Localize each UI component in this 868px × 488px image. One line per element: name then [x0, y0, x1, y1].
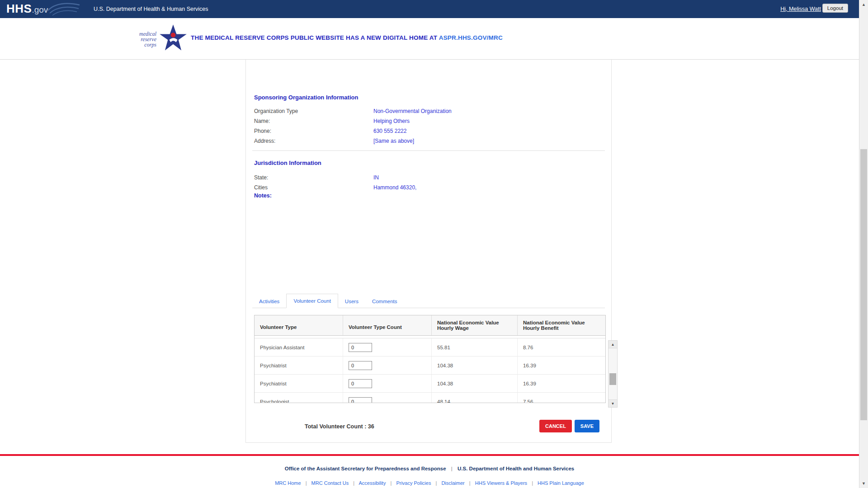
field-label: Name:	[254, 118, 373, 124]
column-header-volunteer-type: Volunteer Type	[255, 315, 343, 335]
column-header-hourly-wage: National Economic Value Hourly Wage	[432, 315, 518, 335]
volunteer-type-cell: Psychiatrist	[255, 357, 343, 374]
field-row-name: Name: Helping Others	[254, 116, 452, 126]
benefit-cell: 8.76	[518, 338, 605, 356]
volunteer-count-input[interactable]	[349, 343, 372, 352]
benefit-cell: 7.56	[518, 393, 605, 403]
jurisdiction-section-title: Jurisdiction Information	[254, 160, 321, 166]
column-header-volunteer-type-count: Volunteer Type Count	[343, 315, 432, 335]
footer-link-plain-language[interactable]: HHS Plain Language	[538, 480, 584, 486]
footer-link-separator: |	[353, 480, 354, 486]
field-label: Organization Type	[254, 108, 373, 114]
footer-link-separator: |	[306, 480, 307, 486]
cancel-button[interactable]: CANCEL	[539, 420, 572, 432]
aspr-link[interactable]: ASPR.HHS.GOV/MRC	[439, 34, 503, 41]
user-greeting-link[interactable]: Hi, Melissa Watt	[780, 6, 821, 12]
field-value[interactable]: Helping Others	[373, 118, 410, 124]
mrc-logo: medical reserve corps	[139, 21, 188, 57]
wage-cell: 48.14	[432, 393, 518, 403]
volunteer-type-cell: Psychologist	[255, 393, 343, 403]
jurisdiction-fields: State: IN Cities Hammond 46320,	[254, 173, 416, 192]
volunteer-count-table: Volunteer Type Volunteer Type Count Nati…	[254, 315, 606, 403]
banner-message: THE MEDICAL RESERVE CORPS PUBLIC WEBSITE…	[191, 34, 503, 41]
count-cell	[343, 375, 432, 392]
footer-link-accessibility[interactable]: Accessibility	[359, 480, 386, 486]
sponsor-fields: Organization Type Non-Governmental Organ…	[254, 106, 452, 146]
table-row: Psychiatrist 104.38 16.39	[255, 375, 605, 393]
table-scrollbar-thumb[interactable]	[609, 373, 616, 385]
hhs-logo-text: HHS	[6, 2, 32, 16]
wage-cell: 104.38	[432, 357, 518, 374]
footer-link-viewers[interactable]: HHS Viewers & Players	[475, 480, 527, 486]
footer-link-separator: |	[469, 480, 471, 486]
volunteer-count-input[interactable]	[349, 397, 372, 403]
footer-office-text: Office of the Assistant Secretary for Pr…	[285, 466, 446, 471]
field-value[interactable]: Hammond 46320,	[373, 184, 416, 191]
count-cell	[343, 357, 432, 374]
mrc-star-icon	[159, 23, 188, 55]
table-scrollbar[interactable]: ▲ ▼	[608, 340, 618, 408]
browser-scroll-down-icon[interactable]: ▼	[859, 479, 868, 488]
browser-scrollbar[interactable]: ▲ ▼	[859, 0, 868, 488]
footer-link-mrc-home[interactable]: MRC Home	[275, 480, 301, 486]
logout-button[interactable]: Logout	[822, 4, 848, 13]
volunteer-type-cell: Physician Assistant	[255, 338, 343, 356]
volunteer-count-input[interactable]	[349, 361, 372, 370]
footer-links: MRC Home | MRC Contact Us | Accessibilit…	[0, 480, 859, 486]
section-divider	[252, 150, 605, 151]
tab-users[interactable]: Users	[338, 295, 365, 308]
field-row-state: State: IN	[254, 173, 416, 183]
hhs-logo-suffix: .gov	[32, 5, 48, 15]
organization-detail-card: Sponsoring Organization Information Orga…	[245, 60, 612, 443]
field-row-address: Address: [Same as above]	[254, 136, 452, 146]
field-value[interactable]: 630 555 2222	[373, 128, 406, 134]
count-cell	[343, 393, 432, 403]
footer-link-privacy[interactable]: Privacy Policies	[396, 480, 431, 486]
benefit-cell: 16.39	[518, 375, 605, 392]
field-label: Address:	[254, 138, 373, 144]
field-row-organization-type: Organization Type Non-Governmental Organ…	[254, 106, 452, 116]
tab-volunteer-count[interactable]: Volunteer Count	[286, 294, 338, 308]
count-cell	[343, 338, 432, 356]
field-label: Phone:	[254, 128, 373, 134]
field-value[interactable]: [Same as above]	[373, 138, 414, 144]
sponsor-section-title: Sponsoring Organization Information	[254, 94, 358, 101]
table-row: Psychologist 48.14 7.56	[255, 393, 605, 403]
footer-link-disclaimer[interactable]: Disclaimer	[441, 480, 464, 486]
detail-tabs: Activities Volunteer Count Users Comment…	[252, 294, 605, 308]
browser-scrollbar-thumb[interactable]	[860, 149, 867, 420]
column-header-hourly-benefit: National Economic Value Hourly Benefit	[518, 315, 605, 335]
top-bar: HHS.gov U.S. Department of Health & Huma…	[0, 0, 868, 18]
save-button[interactable]: SAVE	[575, 420, 599, 432]
notes-label: Notes:	[254, 192, 272, 199]
table-header-row: Volunteer Type Volunteer Type Count Nati…	[255, 315, 605, 336]
total-volunteer-count: Total Volunteer Count : 36	[305, 423, 374, 430]
footer-separator: |	[451, 466, 453, 471]
field-label: Cities	[254, 184, 373, 191]
footer-org-line: Office of the Assistant Secretary for Pr…	[0, 466, 859, 471]
page-footer: Office of the Assistant Secretary for Pr…	[0, 456, 859, 486]
table-row: Physician Assistant 55.81 8.76	[255, 338, 605, 357]
browser-scroll-up-icon[interactable]: ▲	[859, 0, 868, 9]
hhs-logo[interactable]: HHS.gov	[6, 2, 48, 16]
table-body: Physician Assistant 55.81 8.76 Psychiatr…	[255, 336, 605, 403]
volunteer-count-input[interactable]	[349, 379, 372, 388]
wage-cell: 104.38	[432, 375, 518, 392]
eagle-icon	[47, 1, 80, 19]
footer-link-separator: |	[390, 480, 392, 486]
mrc-logo-text: medical reserve corps	[139, 31, 156, 47]
tab-activities[interactable]: Activities	[252, 295, 286, 308]
scroll-up-arrow-icon[interactable]: ▲	[609, 341, 617, 348]
field-value[interactable]: IN	[373, 174, 379, 181]
field-value[interactable]: Non-Governmental Organization	[373, 108, 452, 114]
mrc-banner: medical reserve corps THE MEDICAL RESERV…	[0, 18, 868, 60]
field-row-cities: Cities Hammond 46320,	[254, 183, 416, 192]
footer-link-separator: |	[436, 480, 437, 486]
footer-link-mrc-contact[interactable]: MRC Contact Us	[311, 480, 349, 486]
footer-link-separator: |	[532, 480, 533, 486]
wage-cell: 55.81	[432, 338, 518, 356]
volunteer-count-table-area: Volunteer Type Volunteer Type Count Nati…	[254, 315, 618, 403]
tab-comments[interactable]: Comments	[365, 295, 404, 308]
scroll-down-arrow-icon[interactable]: ▼	[609, 399, 617, 407]
department-title: U.S. Department of Health & Human Servic…	[94, 6, 208, 12]
